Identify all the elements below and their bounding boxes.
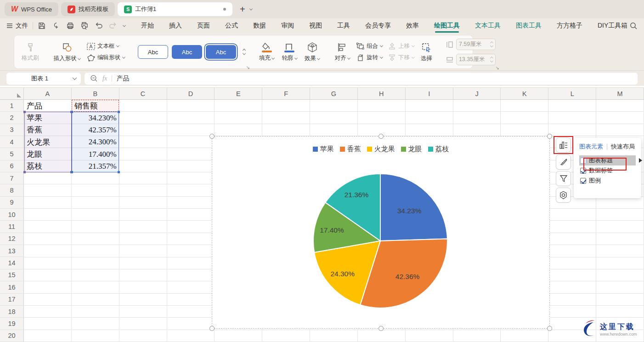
menu-item-效率[interactable]: 效率 [406,18,419,33]
row-header-15[interactable]: 15 [0,269,24,281]
menu-item-图表工具[interactable]: 图表工具 [516,18,542,33]
shape-height-field[interactable]: 7.59厘米 [456,39,496,50]
chart-resize-handle-se[interactable] [547,326,552,331]
name-box-chevron-icon[interactable] [73,75,77,80]
chart-resize-handle-s[interactable] [378,326,384,331]
menu-item-数据[interactable]: 数据 [253,18,266,33]
tab-quick-layout[interactable]: 快速布局 [611,142,635,151]
new-tab-button[interactable]: + [240,4,245,15]
menu-item-公式[interactable]: 公式 [225,18,238,33]
column-header-E[interactable]: E [215,88,262,99]
row-header-9[interactable]: 9 [0,197,24,209]
chart-filter-button[interactable] [556,171,571,186]
column-header-J[interactable]: J [453,88,501,99]
row-header-10[interactable]: 10 [0,209,24,221]
effect-button[interactable]: 效果 [301,38,323,66]
select-button[interactable]: 选择 [417,38,436,66]
select-all-corner[interactable] [0,88,24,99]
row-header-19[interactable]: 19 [0,318,24,330]
insert-shape-button[interactable]: 插入形状 [50,38,84,66]
menu-item-审阅[interactable]: 审阅 [281,18,294,33]
column-header-H[interactable]: H [358,88,406,99]
cell-A1[interactable]: 产品 [24,100,71,112]
rotate-button[interactable]: 旋转 [356,54,383,62]
format-painter-button[interactable]: 格式刷 [18,38,43,66]
column-header-C[interactable]: C [119,88,167,99]
formula-input[interactable]: fx 产品 [85,73,638,85]
quick-access-more-chevron-icon[interactable] [123,23,126,27]
pie-chart[interactable]: 34.23%42.36%24.30%17.40%21.36% [212,137,550,329]
chart-resize-handle-sw[interactable] [209,326,215,331]
row-header-17[interactable]: 17 [0,294,24,306]
row-header-18[interactable]: 18 [0,306,24,318]
fx-icon[interactable]: fx [102,75,107,82]
row-header-12[interactable]: 12 [0,233,24,245]
search-button[interactable] [629,22,638,30]
menu-item-文本工具[interactable]: 文本工具 [475,18,501,33]
column-header-K[interactable]: K [501,88,548,99]
row-header-5[interactable]: 5 [0,148,24,160]
undo-icon[interactable] [95,22,103,29]
column-header-G[interactable]: G [310,88,358,99]
row-header-6[interactable]: 6 [0,160,24,172]
tab-workbook1[interactable]: S 工作簿1 [118,2,232,16]
edit-shape-button[interactable]: 编辑形状 [87,54,125,62]
row-header-13[interactable]: 13 [0,245,24,257]
row-header-8[interactable]: 8 [0,184,24,196]
output-icon[interactable] [52,22,60,30]
menu-item-DIY工具箱[interactable]: DIY工具箱 [598,18,627,33]
outline-button[interactable]: 轮廓 [278,38,300,66]
column-header-M[interactable]: M [596,88,644,99]
name-box[interactable]: 图表 1 [6,73,81,85]
shape-width-field[interactable]: 13.35厘米 [456,54,496,65]
menu-item-绘图工具[interactable]: 绘图工具 [434,18,460,33]
checkbox-checked-icon[interactable] [580,178,586,184]
save-icon[interactable] [38,22,46,30]
text-box-button[interactable]: A 文本框 [87,42,125,50]
pie-chart-object[interactable]: 苹果香蕉火龙果龙眼荔枝 34.23%42.36%24.30%17.40%21.3… [212,136,550,329]
gallery-more-button[interactable] [240,43,245,61]
row-header-16[interactable]: 16 [0,281,24,293]
submenu-arrow-icon[interactable] [639,158,642,163]
size-dialog-launcher-icon[interactable]: ↘ [496,65,499,70]
tab-docer-templates[interactable]: 找稻壳模板 [61,2,115,16]
send-backward-button[interactable]: 下移 [388,54,414,62]
align-button[interactable]: 对齐 [331,38,353,66]
file-menu-button[interactable]: 文件 [6,22,28,30]
tab-chart-elements[interactable]: 图表元素 [579,142,603,151]
row-header-4[interactable]: 4 [0,136,24,148]
menu-item-开始[interactable]: 开始 [141,18,154,33]
menu-item-工具[interactable]: 工具 [337,18,350,33]
chart-resize-handle-ne[interactable] [547,134,552,139]
chart-style-button[interactable] [556,154,571,170]
bring-forward-button[interactable]: 上移 [388,42,414,50]
column-header-F[interactable]: F [262,88,310,99]
print-icon[interactable] [66,22,74,30]
row-header-2[interactable]: 2 [0,112,24,124]
row-header-11[interactable]: 11 [0,221,24,233]
column-header-I[interactable]: I [406,88,453,99]
tab-list-chevron-icon[interactable] [249,7,253,10]
group-button[interactable]: 组合 [356,42,383,50]
row-header-3[interactable]: 3 [0,124,24,136]
print-preview-icon[interactable] [80,22,89,30]
row-header-1[interactable]: 1 [0,100,24,112]
chart-settings-button[interactable] [556,188,571,203]
height-spinner[interactable] [491,42,493,47]
menu-item-页面[interactable]: 页面 [197,18,210,33]
row-header-7[interactable]: 7 [0,172,24,184]
tab-wps-home[interactable]: W WPS Office [5,2,58,16]
width-spinner[interactable] [491,57,493,62]
shape-style-option-2[interactable]: Abc [172,45,202,59]
chart-element-option-图例[interactable]: 图例 [579,176,636,186]
menu-item-插入[interactable]: 插入 [169,18,182,33]
menu-item-视图[interactable]: 视图 [309,18,322,33]
column-header-L[interactable]: L [548,88,596,99]
fill-button[interactable]: 填充 [255,38,278,66]
row-header-14[interactable]: 14 [0,257,24,269]
menu-item-会员专享[interactable]: 会员专享 [365,18,391,33]
column-header-D[interactable]: D [167,88,215,99]
column-header-B[interactable]: B [72,88,119,99]
shape-style-option-3[interactable]: Abc [206,45,236,59]
column-header-A[interactable]: A [24,88,72,99]
